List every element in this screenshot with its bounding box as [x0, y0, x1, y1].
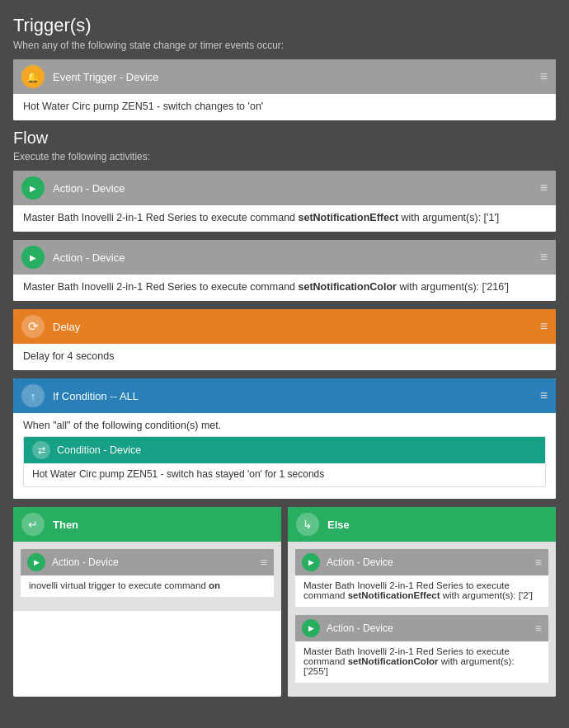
delay-icon: ⟳	[21, 315, 45, 338]
else-action-2-menu[interactable]: ≡	[535, 622, 542, 635]
then-action-header: ▶ Action - Device ≡	[21, 549, 274, 575]
then-action-play-icon: ▶	[27, 553, 45, 571]
then-action-body: inovelli virtual trigger to execute comm…	[21, 575, 274, 597]
condition-nested-header: ⇄ Condition - Device	[24, 437, 545, 463]
else-action-2-prefix: Master Bath Inovelli 2-in-1 Red Series	[303, 646, 463, 656]
if-header: ↑ If Condition -- ALL ≡	[13, 378, 556, 413]
trigger-header: 🔔 Event Trigger - Device ≡	[13, 59, 556, 94]
flow-subtitle: Execute the following activities:	[13, 151, 556, 162]
delay-body-text: Delay for 4 seconds	[23, 350, 114, 362]
flow-title: Flow	[13, 129, 556, 148]
else-header: ↳ Else	[288, 507, 556, 542]
action-2-title: Action - Device	[53, 251, 540, 264]
else-action-2-cmd: setNotificationColor	[348, 656, 439, 666]
then-header: ↵ Then	[13, 507, 281, 542]
else-action-1-body: Master Bath Inovelli 2-in-1 Red Series t…	[295, 575, 548, 607]
if-icon: ↑	[21, 384, 45, 407]
delay-menu[interactable]: ≡	[540, 319, 548, 334]
action-2-play-icon: ▶	[21, 246, 45, 269]
action-2-body: Master Bath Inovelli 2-in-1 Red Series t…	[13, 275, 556, 301]
else-action-1-header: ▶ Action - Device ≡	[295, 549, 548, 575]
condition-nested-body: Hot Water Circ pump ZEN51 - switch has s…	[24, 463, 545, 486]
else-action-1-title: Action - Device	[327, 557, 535, 568]
action-card-2: ▶ Action - Device ≡ Master Bath Inovelli…	[13, 240, 556, 301]
else-action-2-title: Action - Device	[327, 622, 535, 634]
then-else-row: ↵ Then ▶ Action - Device ≡ inovelli virt…	[13, 507, 556, 697]
delay-title: Delay	[53, 321, 540, 333]
else-icon: ↳	[296, 513, 319, 536]
trigger-body-text: Hot Water Circ pump ZEN51 - switch chang…	[23, 101, 263, 112]
delay-body: Delay for 4 seconds	[13, 344, 556, 370]
then-body: ▶ Action - Device ≡ inovelli virtual tri…	[13, 542, 281, 611]
action-1-cmd: setNotificationEffect	[299, 212, 399, 223]
if-body-text: When "all" of the following condition(s)…	[23, 420, 221, 431]
action-1-prefix: Master Bath Inovelli 2-in-1 Red Series	[23, 212, 197, 223]
else-label: Else	[327, 519, 350, 531]
then-action-card: ▶ Action - Device ≡ inovelli virtual tri…	[20, 548, 275, 598]
condition-nested-card: ⇄ Condition - Device Hot Water Circ pump…	[23, 436, 546, 487]
trigger-subtitle: When any of the following state change o…	[13, 40, 556, 51]
action-1-play-icon: ▶	[21, 176, 45, 200]
else-action-1-cmd: setNotificationEffect	[348, 590, 440, 600]
trigger-body: Hot Water Circ pump ZEN51 - switch chang…	[13, 94, 556, 120]
action-2-to: to execute command	[200, 281, 299, 293]
action-2-prefix: Master Bath Inovelli 2-in-1 Red Series	[23, 281, 197, 293]
action-2-cmd: setNotificationColor	[299, 281, 397, 293]
action-2-header: ▶ Action - Device ≡	[13, 240, 556, 275]
then-action-prefix: inovelli virtual trigger	[29, 580, 115, 590]
then-col: ↵ Then ▶ Action - Device ≡ inovelli virt…	[13, 507, 281, 697]
then-action-menu[interactable]: ≡	[261, 556, 267, 569]
action-1-menu[interactable]: ≡	[540, 181, 548, 195]
condition-nested-title: Condition - Device	[57, 444, 141, 456]
bell-icon: 🔔	[21, 65, 45, 88]
action-2-menu[interactable]: ≡	[540, 250, 548, 265]
else-action-1-play-icon: ▶	[302, 553, 320, 571]
else-col: ↳ Else ▶ Action - Device ≡ Master Bath I…	[288, 507, 556, 697]
else-action-2-body: Master Bath Inovelli 2-in-1 Red Series t…	[295, 641, 548, 683]
if-title: If Condition -- ALL	[53, 390, 540, 402]
else-action-2-header: ▶ Action - Device ≡	[295, 615, 548, 641]
then-label: Then	[53, 519, 78, 531]
then-action-cmd: on	[209, 580, 220, 590]
delay-header: ⟳ Delay ≡	[13, 309, 556, 344]
condition-body-text: Hot Water Circ pump ZEN51 - switch has s…	[32, 468, 324, 480]
else-action-card-1: ▶ Action - Device ≡ Master Bath Inovelli…	[294, 548, 549, 608]
else-action-1-prefix: Master Bath Inovelli 2-in-1 Red Series	[303, 580, 463, 590]
condition-icon: ⇄	[32, 441, 50, 459]
action-card-1: ▶ Action - Device ≡ Master Bath Inovelli…	[13, 171, 556, 232]
if-condition-card: ↑ If Condition -- ALL ≡ When "all" of th…	[13, 378, 556, 499]
delay-card: ⟳ Delay ≡ Delay for 4 seconds	[13, 309, 556, 370]
else-body: ▶ Action - Device ≡ Master Bath Inovelli…	[288, 542, 556, 697]
trigger-header-title: Event Trigger - Device	[53, 71, 540, 83]
action-1-header: ▶ Action - Device ≡	[13, 171, 556, 205]
else-action-1-menu[interactable]: ≡	[535, 556, 542, 569]
then-action-title: Action - Device	[52, 557, 261, 568]
page-title: Trigger(s)	[13, 15, 556, 36]
trigger-menu-icon[interactable]: ≡	[540, 69, 548, 84]
else-action-2-play-icon: ▶	[302, 619, 320, 637]
if-menu[interactable]: ≡	[540, 388, 548, 403]
if-body: When "all" of the following condition(s)…	[13, 413, 556, 499]
action-1-title: Action - Device	[53, 182, 540, 195]
else-action-card-2: ▶ Action - Device ≡ Master Bath Inovelli…	[294, 614, 549, 683]
then-icon: ↵	[21, 513, 45, 536]
action-1-body: Master Bath Inovelli 2-in-1 Red Series t…	[13, 205, 556, 232]
trigger-card: 🔔 Event Trigger - Device ≡ Hot Water Cir…	[13, 59, 556, 120]
action-1-to: to execute command	[200, 212, 299, 223]
